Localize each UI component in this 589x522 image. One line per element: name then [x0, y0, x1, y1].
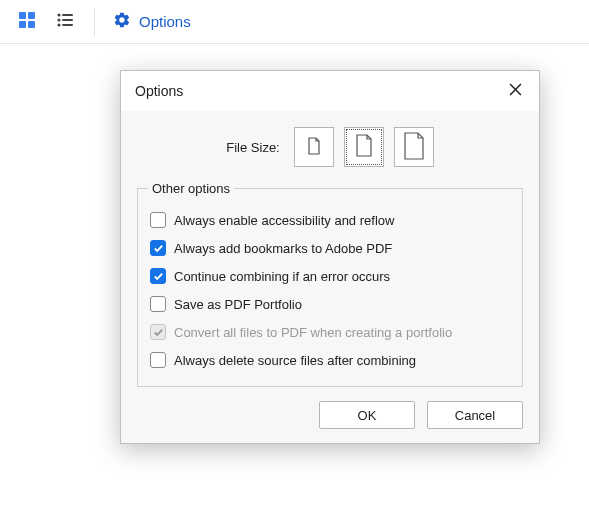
- toolbar: Options: [0, 0, 589, 44]
- grid-icon: [18, 11, 36, 32]
- option-portfolio-label: Save as PDF Portfolio: [174, 297, 302, 312]
- file-size-large-button[interactable]: [394, 127, 434, 167]
- dialog-title: Options: [135, 83, 183, 99]
- option-convert-row: Convert all files to PDF when creating a…: [148, 318, 512, 346]
- svg-point-6: [57, 18, 60, 21]
- option-portfolio-row: Save as PDF Portfolio: [148, 290, 512, 318]
- ok-button[interactable]: OK: [319, 401, 415, 429]
- svg-rect-2: [19, 21, 26, 28]
- option-portfolio-checkbox[interactable]: [150, 296, 166, 312]
- dialog-body: File Size: Other options Alwa: [121, 111, 539, 443]
- options-button-label: Options: [139, 13, 191, 30]
- option-delete-row: Always delete source files after combini…: [148, 346, 512, 374]
- svg-rect-3: [28, 21, 35, 28]
- option-delete-label: Always delete source files after combini…: [174, 353, 416, 368]
- file-size-row: File Size:: [137, 127, 523, 167]
- dialog-close-button[interactable]: [505, 81, 525, 101]
- option-accessibility-label: Always enable accessibility and reflow: [174, 213, 394, 228]
- page-large-icon: [403, 132, 425, 163]
- option-bookmarks-checkbox[interactable]: [150, 240, 166, 256]
- option-bookmarks-row: Always add bookmarks to Adobe PDF: [148, 234, 512, 262]
- list-icon: [56, 11, 74, 32]
- page-medium-icon: [355, 134, 373, 160]
- svg-rect-9: [62, 24, 73, 26]
- option-accessibility-row: Always enable accessibility and reflow: [148, 206, 512, 234]
- ok-button-label: OK: [358, 408, 377, 423]
- view-grid-button[interactable]: [10, 5, 44, 39]
- dialog-button-row: OK Cancel: [137, 401, 523, 429]
- other-options-group: Other options Always enable accessibilit…: [137, 181, 523, 387]
- svg-point-8: [57, 23, 60, 26]
- option-continue-label: Continue combining if an error occurs: [174, 269, 390, 284]
- option-continue-row: Continue combining if an error occurs: [148, 262, 512, 290]
- option-accessibility-checkbox[interactable]: [150, 212, 166, 228]
- file-size-medium-button[interactable]: [344, 127, 384, 167]
- close-icon: [509, 83, 522, 99]
- options-dialog: Options File Size:: [120, 70, 540, 444]
- options-button[interactable]: Options: [107, 7, 197, 36]
- view-list-button[interactable]: [48, 5, 82, 39]
- option-continue-checkbox[interactable]: [150, 268, 166, 284]
- svg-point-4: [57, 13, 60, 16]
- option-convert-label: Convert all files to PDF when creating a…: [174, 325, 452, 340]
- gear-icon: [113, 11, 131, 32]
- other-options-legend: Other options: [148, 181, 234, 196]
- svg-rect-5: [62, 14, 73, 16]
- file-size-small-button[interactable]: [294, 127, 334, 167]
- cancel-button[interactable]: Cancel: [427, 401, 523, 429]
- option-convert-checkbox: [150, 324, 166, 340]
- svg-rect-1: [28, 12, 35, 19]
- file-size-label: File Size:: [226, 140, 279, 155]
- cancel-button-label: Cancel: [455, 408, 495, 423]
- svg-rect-0: [19, 12, 26, 19]
- option-bookmarks-label: Always add bookmarks to Adobe PDF: [174, 241, 392, 256]
- page-small-icon: [307, 137, 321, 158]
- svg-rect-7: [62, 19, 73, 21]
- option-delete-checkbox[interactable]: [150, 352, 166, 368]
- dialog-titlebar: Options: [121, 71, 539, 111]
- toolbar-separator: [94, 8, 95, 36]
